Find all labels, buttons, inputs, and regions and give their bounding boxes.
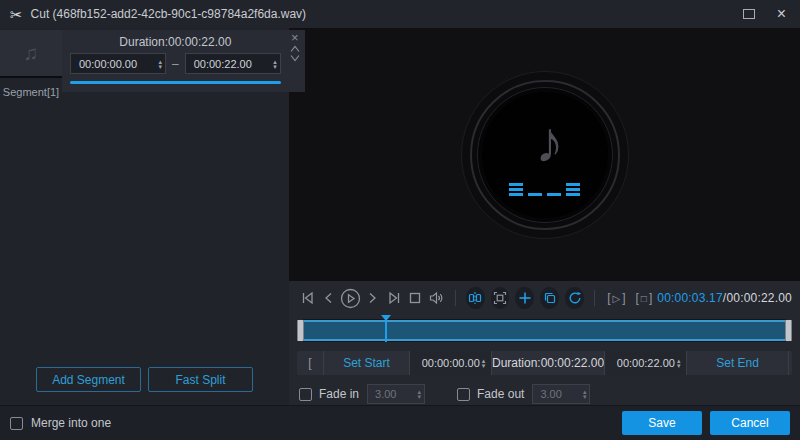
- duration-label: Duration:00:00:22.00: [491, 351, 604, 375]
- start-time-input[interactable]: 00:00:00.00 ▴▾: [409, 351, 491, 375]
- stop-segment-button[interactable]: [□]: [636, 291, 653, 305]
- fade-out-label: Fade out: [477, 387, 524, 401]
- segment-range-bar[interactable]: [70, 81, 281, 84]
- step-forward-icon[interactable]: [362, 286, 384, 310]
- toolbar-separator: [594, 290, 595, 306]
- end-bracket: ]: [788, 351, 800, 375]
- toolbar-separator: [455, 290, 456, 306]
- segment-move-down-icon[interactable]: [289, 54, 301, 62]
- player-controls: [▷] [□] 00:00:03.17/00:00:22.00: [289, 281, 800, 407]
- segment-move-up-icon[interactable]: [289, 45, 301, 53]
- fast-split-button[interactable]: Fast Split: [148, 367, 253, 392]
- transport-bar: [▷] [□] 00:00:03.17/00:00:22.00: [295, 284, 794, 312]
- merge-label: Merge into one: [31, 416, 111, 430]
- stop-button[interactable]: [405, 286, 427, 310]
- start-bracket: [: [297, 351, 323, 375]
- timeline-track[interactable]: [304, 320, 785, 341]
- equalizer-icon: [509, 183, 580, 196]
- goto-end-icon[interactable]: [383, 286, 405, 310]
- window-title: Cut (468fb152-add2-42cb-90c1-c98784a2f6d…: [31, 7, 307, 21]
- album-art-ring: ♪: [461, 71, 629, 239]
- reset-button[interactable]: [565, 287, 584, 309]
- total-time: 00:00:22.00: [726, 291, 792, 305]
- split-button[interactable]: [466, 287, 485, 309]
- close-icon[interactable]: ×: [777, 6, 786, 22]
- segment-end-value: 00:00:22.00: [194, 58, 273, 70]
- cut-dialog-window: ✂ Cut (468fb152-add2-42cb-90c1-c98784a2f…: [0, 0, 800, 440]
- music-note-icon: ♪: [535, 113, 564, 171]
- scissors-icon: ✂: [10, 7, 23, 22]
- timeline[interactable]: [297, 315, 792, 345]
- segment-end-input[interactable]: 00:00:22.00 ▴▾: [185, 53, 281, 74]
- segment-name-label: Segment[1]: [0, 78, 62, 98]
- set-end-button[interactable]: Set End: [686, 351, 788, 375]
- audio-preview-area: ♪: [289, 28, 800, 281]
- trim-bar: [ Set Start 00:00:00.00 ▴▾ Duration:00:0…: [297, 351, 792, 375]
- fade-in-checkbox[interactable]: [299, 388, 312, 401]
- spinner-arrows-icon[interactable]: ▴▾: [273, 59, 277, 69]
- set-start-button[interactable]: Set Start: [323, 351, 409, 375]
- fade-out-checkbox[interactable]: [457, 388, 470, 401]
- trim-start-handle[interactable]: [297, 320, 304, 341]
- spinner-arrows-icon[interactable]: ▴▾: [482, 358, 486, 368]
- merge-checkbox[interactable]: [10, 417, 23, 430]
- album-art-disc: ♪: [482, 92, 608, 218]
- play-button[interactable]: [340, 286, 362, 310]
- footer-bar: Merge into one Save Cancel: [0, 405, 800, 440]
- fade-options: Fade in 3.00 ▴▾ Fade out 3.00 ▴▾: [295, 381, 794, 407]
- fade-out-input[interactable]: 3.00 ▴▾: [532, 384, 590, 404]
- volume-button[interactable]: [426, 286, 448, 310]
- segment-start-input[interactable]: 00:00:00.00 ▴▾: [70, 53, 166, 74]
- add-button[interactable]: [515, 287, 534, 309]
- play-segment-button[interactable]: [▷]: [607, 291, 625, 305]
- title-bar: ✂ Cut (468fb152-add2-42cb-90c1-c98784a2f…: [0, 0, 800, 28]
- fade-in-input[interactable]: 3.00 ▴▾: [367, 384, 425, 404]
- spinner-arrows-icon[interactable]: ▴▾: [677, 358, 681, 368]
- cancel-button[interactable]: Cancel: [710, 411, 790, 435]
- region-select-button[interactable]: [491, 287, 510, 309]
- maximize-icon[interactable]: [743, 9, 755, 19]
- end-time-input[interactable]: 00:00:22.00 ▴▾: [604, 351, 686, 375]
- time-display: 00:00:03.17/00:00:22.00: [657, 291, 792, 305]
- goto-start-icon[interactable]: [297, 286, 319, 310]
- save-button[interactable]: Save: [622, 411, 702, 435]
- spinner-arrows-icon[interactable]: ▴▾: [158, 59, 162, 69]
- spinner-arrows-icon[interactable]: ▴▾: [418, 389, 422, 399]
- playhead-line: [385, 319, 387, 342]
- step-back-icon[interactable]: [319, 286, 341, 310]
- range-dash: –: [172, 57, 179, 71]
- add-segment-button[interactable]: Add Segment: [36, 367, 141, 392]
- segment-panel: ♫ Segment[1] Duration:00:00:22.00 00:00:…: [0, 28, 289, 405]
- segment-delete-icon[interactable]: ×: [291, 32, 299, 44]
- copy-button[interactable]: [540, 287, 559, 309]
- trim-end-handle[interactable]: [785, 320, 792, 341]
- fade-in-label: Fade in: [319, 387, 359, 401]
- segment-duration-label: Duration:00:00:22.00: [70, 35, 281, 49]
- current-time: 00:00:03.17: [657, 291, 723, 305]
- segment-detail: Duration:00:00:22.00 00:00:00.00 ▴▾ – 00…: [62, 30, 305, 92]
- music-note-icon: ♫: [24, 42, 39, 65]
- segment-thumbnail[interactable]: ♫: [0, 30, 62, 78]
- spinner-arrows-icon[interactable]: ▴▾: [583, 389, 587, 399]
- segment-item[interactable]: ♫ Segment[1] Duration:00:00:22.00 00:00:…: [0, 28, 289, 98]
- segment-start-value: 00:00:00.00: [79, 58, 158, 70]
